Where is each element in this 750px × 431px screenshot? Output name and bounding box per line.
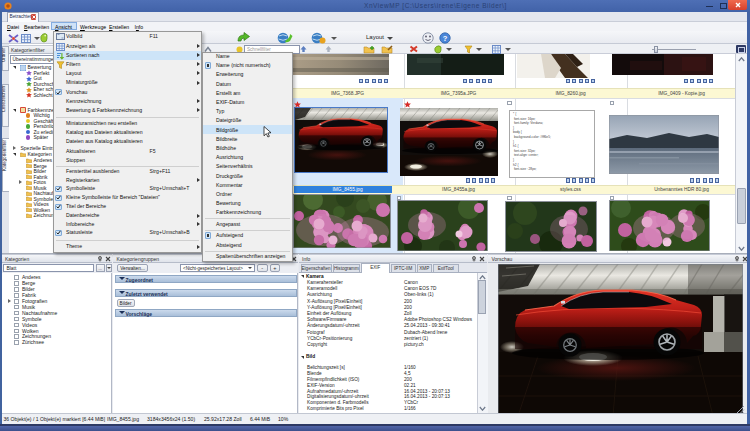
svg-text:?: ? xyxy=(443,33,448,42)
